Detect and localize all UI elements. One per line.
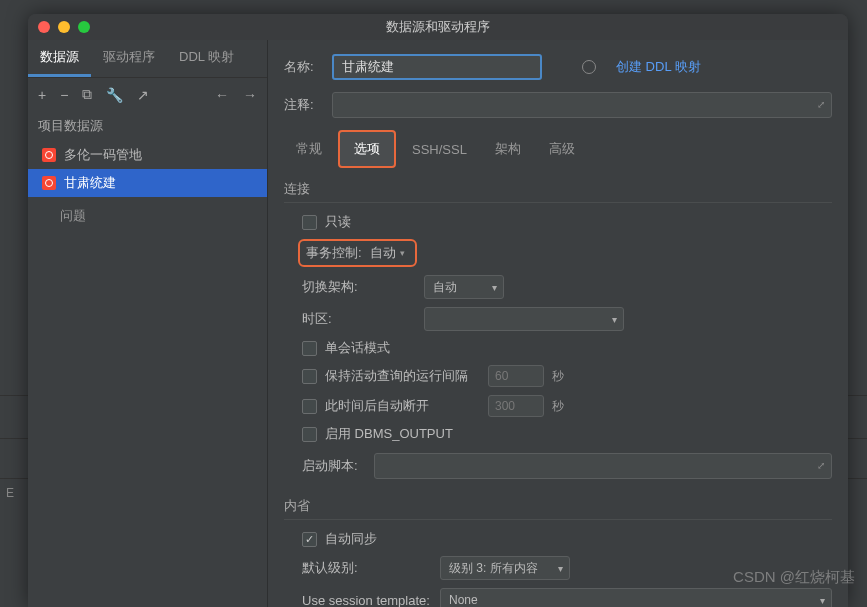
tab-schemas[interactable]: 架构 bbox=[483, 134, 533, 164]
chevron-down-icon: ▾ bbox=[400, 248, 405, 258]
tx-label: 事务控制: bbox=[306, 244, 362, 262]
dialog-title: 数据源和驱动程序 bbox=[386, 18, 490, 36]
sidebar: 数据源 驱动程序 DDL 映射 + − ⧉ 🔧 ↗ ← → 项目数据源 多伦一码… bbox=[28, 40, 268, 607]
sidebar-tab-drivers[interactable]: 驱动程序 bbox=[91, 40, 167, 77]
switch-schema-select[interactable]: 自动 bbox=[424, 275, 504, 299]
settings-button[interactable]: 🔧 bbox=[106, 87, 123, 103]
session-tpl-select[interactable]: None bbox=[440, 588, 832, 607]
default-level-select[interactable]: 级别 3: 所有内容 bbox=[440, 556, 570, 580]
single-session-checkbox[interactable] bbox=[302, 341, 317, 356]
oracle-icon bbox=[42, 148, 56, 162]
add-button[interactable]: + bbox=[38, 87, 46, 103]
connection-section: 连接 bbox=[284, 180, 832, 198]
tab-advanced[interactable]: 高级 bbox=[537, 134, 587, 164]
project-ds-label: 项目数据源 bbox=[28, 111, 267, 141]
keepalive-input[interactable] bbox=[488, 365, 544, 387]
dbms-output-checkbox[interactable] bbox=[302, 427, 317, 442]
dialog: 数据源和驱动程序 数据源 驱动程序 DDL 映射 + − ⧉ 🔧 ↗ ← → 项… bbox=[28, 14, 848, 607]
disconnect-input[interactable] bbox=[488, 395, 544, 417]
minimize-icon[interactable] bbox=[58, 21, 70, 33]
sidebar-tab-datasources[interactable]: 数据源 bbox=[28, 40, 91, 77]
main-panel: 名称: 创建 DDL 映射 注释: ⤢ 常规 选项 SSH/SSL 架构 高级 bbox=[268, 40, 848, 607]
tx-dropdown[interactable]: 自动 ▾ bbox=[370, 244, 405, 262]
comment-input[interactable]: ⤢ bbox=[332, 92, 832, 118]
ds-item-label: 甘肃统建 bbox=[64, 174, 116, 192]
expand-icon[interactable]: ⤢ bbox=[817, 99, 825, 110]
startup-script-input[interactable]: ⤢ bbox=[374, 453, 832, 479]
ds-item-1[interactable]: 甘肃统建 bbox=[28, 169, 267, 197]
default-level-label: 默认级别: bbox=[302, 559, 432, 577]
remove-button[interactable]: − bbox=[60, 87, 68, 103]
sec-unit: 秒 bbox=[552, 368, 564, 385]
disconnect-label: 此时间后自动断开 bbox=[325, 397, 480, 415]
close-icon[interactable] bbox=[38, 21, 50, 33]
tab-options[interactable]: 选项 bbox=[338, 130, 396, 168]
expand-icon[interactable]: ⤢ bbox=[817, 460, 825, 471]
autosync-checkbox[interactable] bbox=[302, 532, 317, 547]
tx-control-highlight: 事务控制: 自动 ▾ bbox=[298, 239, 417, 267]
single-session-label: 单会话模式 bbox=[325, 339, 390, 357]
forward-button[interactable]: → bbox=[243, 87, 257, 103]
external-button[interactable]: ↗ bbox=[137, 87, 149, 103]
timezone-label: 时区: bbox=[302, 310, 392, 328]
readonly-checkbox[interactable] bbox=[302, 215, 317, 230]
maximize-icon[interactable] bbox=[78, 21, 90, 33]
ds-item-0[interactable]: 多伦一码管地 bbox=[28, 141, 267, 169]
create-ddl-link[interactable]: 创建 DDL 映射 bbox=[616, 58, 701, 76]
oracle-icon bbox=[42, 176, 56, 190]
tab-ssh[interactable]: SSH/SSL bbox=[400, 136, 479, 163]
copy-button[interactable]: ⧉ bbox=[82, 86, 92, 103]
startup-script-label: 启动脚本: bbox=[302, 457, 362, 475]
comment-label: 注释: bbox=[284, 96, 332, 114]
name-label: 名称: bbox=[284, 58, 332, 76]
sec-unit: 秒 bbox=[552, 398, 564, 415]
clear-icon[interactable] bbox=[582, 60, 596, 74]
disconnect-checkbox[interactable] bbox=[302, 399, 317, 414]
keepalive-label: 保持活动查询的运行间隔 bbox=[325, 367, 480, 385]
name-input[interactable] bbox=[332, 54, 542, 80]
titlebar: 数据源和驱动程序 bbox=[28, 14, 848, 40]
back-button[interactable]: ← bbox=[215, 87, 229, 103]
dbms-output-label: 启用 DBMS_OUTPUT bbox=[325, 425, 453, 443]
readonly-label: 只读 bbox=[325, 213, 415, 231]
keepalive-checkbox[interactable] bbox=[302, 369, 317, 384]
introspection-section: 内省 bbox=[284, 497, 832, 515]
autosync-label: 自动同步 bbox=[325, 530, 377, 548]
switch-schema-label: 切换架构: bbox=[302, 278, 392, 296]
ds-item-label: 多伦一码管地 bbox=[64, 146, 142, 164]
tab-general[interactable]: 常规 bbox=[284, 134, 334, 164]
issues-label[interactable]: 问题 bbox=[28, 197, 267, 235]
side-char: E bbox=[6, 486, 14, 500]
sidebar-tab-ddl[interactable]: DDL 映射 bbox=[167, 40, 246, 77]
timezone-select[interactable] bbox=[424, 307, 624, 331]
session-tpl-label: Use session template: bbox=[302, 593, 432, 608]
watermark: CSDN @红烧柯基 bbox=[733, 568, 855, 587]
